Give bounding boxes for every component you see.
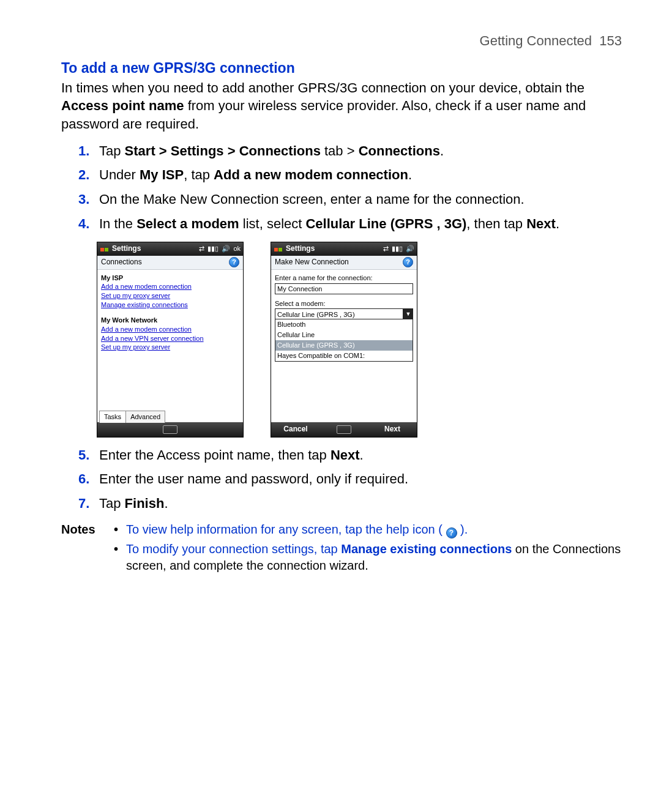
step-4: 4. In the Select a modem list, select Ce… <box>78 215 622 233</box>
page-number: 153 <box>599 33 622 48</box>
status-icons: ⇄ ▮▮▯ 🔊 <box>383 244 414 253</box>
tab-row: Tasks Advanced <box>97 410 243 422</box>
screenshot-connections: Settings ⇄ ▮▮▯ 🔊 ok Connections ? My ISP… <box>97 242 244 438</box>
work-link-proxy[interactable]: Set up my proxy server <box>101 343 239 352</box>
note-2: To modify your connection settings, tap … <box>114 541 622 574</box>
ok-button[interactable]: ok <box>233 244 241 253</box>
titlebar-title: Settings <box>286 244 315 253</box>
subheader-title: Make New Connection <box>275 257 349 267</box>
notes-section: Notes To view help information for any s… <box>61 521 622 576</box>
start-icon[interactable] <box>100 245 108 253</box>
name-label: Enter a name for the connection: <box>275 274 413 283</box>
next-button[interactable]: Next <box>368 424 417 434</box>
step-5: 5. Enter the Access point name, then tap… <box>78 446 622 464</box>
subheader-title: Connections <box>101 257 142 267</box>
notes-bullets: To view help information for any screen,… <box>114 521 622 576</box>
step-3: 3. On the Make New Connection screen, en… <box>78 190 622 209</box>
tab-tasks[interactable]: Tasks <box>99 411 126 423</box>
connectivity-icon: ⇄ <box>199 244 204 253</box>
chapter-title: Getting Connected <box>480 33 592 48</box>
step-6: 6. Enter the user name and password, onl… <box>78 470 622 488</box>
notes-label: Notes <box>61 521 114 538</box>
keyboard-icon[interactable] <box>163 425 177 434</box>
modem-option-hayes[interactable]: Hayes Compatible on COM1: <box>275 351 413 361</box>
bottom-bar <box>97 422 243 437</box>
subheader: Connections ? <box>97 256 243 270</box>
section-title: To add a new GPRS/3G connection <box>61 59 622 78</box>
work-link-add-modem[interactable]: Add a new modem connection <box>101 325 239 334</box>
modem-dropdown-list: Bluetooth Cellular Line Cellular Line (G… <box>275 319 413 361</box>
modem-option-cellular[interactable]: Cellular Line <box>275 330 413 340</box>
isp-link-proxy[interactable]: Set up my proxy server <box>101 291 239 300</box>
volume-icon: 🔊 <box>406 244 414 253</box>
tab-advanced[interactable]: Advanced <box>125 411 165 423</box>
new-connection-body: Enter a name for the connection: Select … <box>271 270 417 422</box>
step-2: 2. Under My ISP, tap Add a new modem con… <box>78 166 622 184</box>
my-work-heading: My Work Network <box>101 316 239 325</box>
help-icon[interactable]: ? <box>403 257 413 267</box>
cancel-button[interactable]: Cancel <box>271 424 320 434</box>
status-icons: ⇄ ▮▮▯ 🔊 ok <box>199 244 241 253</box>
titlebar-title: Settings <box>112 244 141 253</box>
connectivity-icon: ⇄ <box>383 244 389 253</box>
help-icon: ? <box>446 527 457 538</box>
step-list-continued: 5. Enter the Access point name, then tap… <box>61 446 622 513</box>
note-1: To view help information for any screen,… <box>114 521 622 538</box>
modem-option-bluetooth[interactable]: Bluetooth <box>275 319 413 330</box>
modem-option-gprs-3g[interactable]: Cellular Line (GPRS , 3G) <box>275 340 413 351</box>
volume-icon: 🔊 <box>222 244 230 253</box>
titlebar: Settings ⇄ ▮▮▯ 🔊 ok <box>97 242 243 256</box>
help-icon[interactable]: ? <box>229 257 239 267</box>
signal-icon: ▮▮▯ <box>207 244 218 253</box>
keyboard-icon[interactable] <box>337 425 351 434</box>
bottom-bar: Cancel Next <box>271 422 417 437</box>
work-link-add-vpn[interactable]: Add a new VPN server connection <box>101 334 239 343</box>
signal-icon: ▮▮▯ <box>392 244 403 253</box>
modem-label: Select a modem: <box>275 299 413 308</box>
titlebar: Settings ⇄ ▮▮▯ 🔊 <box>271 242 417 256</box>
my-isp-heading: My ISP <box>101 274 239 283</box>
page-header: Getting Connected 153 <box>61 32 622 50</box>
start-icon[interactable] <box>274 245 282 253</box>
connection-name-input[interactable] <box>275 283 413 294</box>
step-7: 7. Tap Finish. <box>78 494 622 513</box>
step-list: 1. Tap Start > Settings > Connections ta… <box>61 142 622 233</box>
manual-page: Getting Connected 153 To add a new GPRS/… <box>0 0 661 812</box>
step-1: 1. Tap Start > Settings > Connections ta… <box>78 142 622 160</box>
isp-link-manage[interactable]: Manage existing connections <box>101 300 239 310</box>
intro-paragraph: In times when you need to add another GP… <box>61 79 622 133</box>
connections-body: My ISP Add a new modem connection Set up… <box>97 270 243 410</box>
isp-link-add-modem[interactable]: Add a new modem connection <box>101 282 239 291</box>
subheader: Make New Connection ? <box>271 256 417 270</box>
modem-combo[interactable]: Cellular Line (GPRS , 3G) <box>275 308 403 319</box>
screenshot-new-connection: Settings ⇄ ▮▮▯ 🔊 Make New Connection ? E… <box>271 242 417 438</box>
combo-dropdown-button[interactable]: ▼ <box>403 308 413 319</box>
screenshot-row: Settings ⇄ ▮▮▯ 🔊 ok Connections ? My ISP… <box>97 242 622 438</box>
